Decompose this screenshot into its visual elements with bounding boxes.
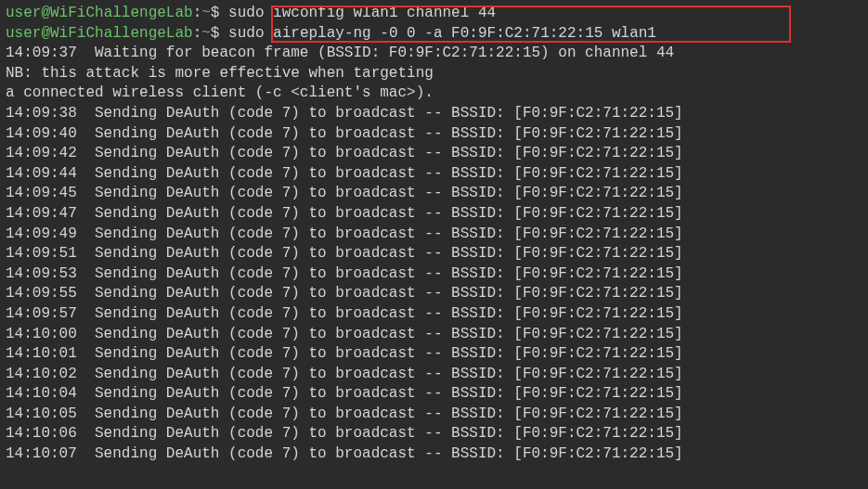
command-2: sudo aireplay-ng -0 0 -a F0:9F:C2:71:22:… xyxy=(219,25,655,42)
prompt-colon: : xyxy=(193,25,202,42)
deauth-line: 14:10:06 Sending DeAuth (code 7) to broa… xyxy=(6,424,862,444)
prompt-user: user xyxy=(6,5,41,21)
deauth-line: 14:10:07 Sending DeAuth (code 7) to broa… xyxy=(6,444,862,465)
deauth-line: 14:10:05 Sending DeAuth (code 7) to broa… xyxy=(6,405,862,425)
deauth-line: 14:09:38 Sending DeAuth (code 7) to broa… xyxy=(6,104,862,124)
prompt-at: @ xyxy=(41,25,50,42)
deauth-line: 14:10:01 Sending DeAuth (code 7) to broa… xyxy=(6,344,862,365)
deauth-line: 14:09:40 Sending DeAuth (code 7) to broa… xyxy=(6,124,862,145)
prompt-host: WiFiChallengeLab xyxy=(50,5,193,21)
deauth-line: 14:09:47 Sending DeAuth (code 7) to broa… xyxy=(6,204,862,225)
deauth-line: 14:10:02 Sending DeAuth (code 7) to broa… xyxy=(6,365,862,385)
prompt-colon: : xyxy=(193,5,202,21)
deauth-line: 14:10:00 Sending DeAuth (code 7) to broa… xyxy=(6,325,862,345)
prompt-line-1: user@WiFiChallengeLab:~$ sudo iwconfig w… xyxy=(6,4,862,24)
terminal-window[interactable]: user@WiFiChallengeLab:~$ sudo iwconfig w… xyxy=(6,4,862,465)
output-header-3: a connected wireless client (-c <client'… xyxy=(6,84,862,104)
deauth-line: 14:09:45 Sending DeAuth (code 7) to broa… xyxy=(6,184,862,204)
prompt-line-2: user@WiFiChallengeLab:~$ sudo aireplay-n… xyxy=(6,24,862,45)
deauth-line: 14:09:55 Sending DeAuth (code 7) to broa… xyxy=(6,284,862,304)
deauth-line: 14:09:57 Sending DeAuth (code 7) to broa… xyxy=(6,304,862,325)
prompt-path: ~ xyxy=(201,25,211,42)
deauth-line: 14:09:49 Sending DeAuth (code 7) to broa… xyxy=(6,225,862,245)
prompt-host: WiFiChallengeLab xyxy=(50,25,193,42)
deauth-line: 14:09:53 Sending DeAuth (code 7) to broa… xyxy=(6,264,862,285)
prompt-user: user xyxy=(6,25,41,42)
deauth-line: 14:09:44 Sending DeAuth (code 7) to broa… xyxy=(6,164,862,185)
prompt-path: ~ xyxy=(201,5,211,21)
deauth-line: 14:10:04 Sending DeAuth (code 7) to broa… xyxy=(6,384,862,405)
command-1: sudo iwconfig wlan1 channel 44 xyxy=(219,5,496,21)
prompt-at: @ xyxy=(41,5,50,21)
output-header-1: 14:09:37 Waiting for beacon frame (BSSID… xyxy=(6,44,862,64)
output-header-2: NB: this attack is more effective when t… xyxy=(6,64,862,84)
deauth-line: 14:09:51 Sending DeAuth (code 7) to broa… xyxy=(6,244,862,264)
deauth-output-list: 14:09:38 Sending DeAuth (code 7) to broa… xyxy=(6,104,862,465)
deauth-line: 14:09:42 Sending DeAuth (code 7) to broa… xyxy=(6,144,862,164)
